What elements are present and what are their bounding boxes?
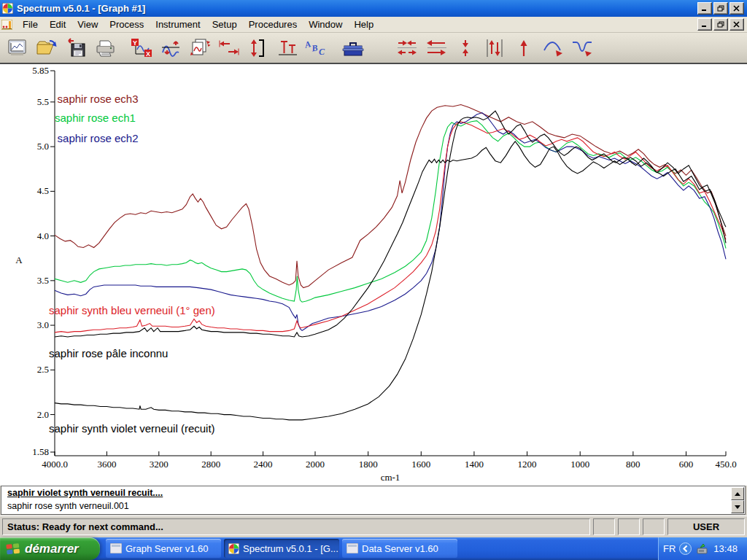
swap-x-icon — [425, 38, 448, 58]
child-minimize-button[interactable] — [697, 18, 712, 31]
print-button[interactable] — [90, 36, 120, 61]
open-button[interactable] — [32, 36, 61, 61]
expand-y-button[interactable] — [244, 36, 273, 61]
spectrum-icon — [228, 543, 239, 554]
child-window-controls — [697, 18, 744, 31]
y-tick-label: 2.0 — [37, 409, 49, 420]
legend-label-1: saphir rose ech1 — [55, 112, 136, 124]
chart-area[interactable]: 5.855.55.04.54.03.53.02.52.01.584000.036… — [0, 64, 747, 486]
svg-text:C: C — [319, 47, 325, 57]
scroll-down-button[interactable] — [731, 500, 744, 513]
vertical-cursor-button[interactable] — [273, 36, 302, 61]
peak-arc-button[interactable] — [538, 36, 568, 61]
spectra-file-rows: saphir violet synth verneuil recuit....s… — [1, 486, 745, 513]
x-tick-label: 1000 — [570, 459, 589, 470]
expand-y-icon — [247, 38, 269, 58]
spectra-file-list[interactable]: saphir violet synth verneuil recuit....s… — [1, 486, 746, 515]
scroll-down-icon — [735, 505, 740, 509]
menu-setup[interactable]: Setup — [206, 17, 243, 32]
scale-xy-button[interactable]: YX — [127, 36, 156, 61]
save-button[interactable] — [61, 36, 90, 61]
open-icon — [36, 38, 58, 58]
autoscale-y-button[interactable] — [156, 36, 185, 61]
menu-bar: FileEditViewProcessInstrumentSetupProced… — [0, 17, 747, 33]
valley-button[interactable] — [568, 36, 597, 61]
y-tick-label: 4.0 — [37, 230, 49, 241]
minimize-button[interactable] — [697, 2, 712, 15]
shift-up-icon — [517, 38, 530, 58]
menu-procedures[interactable]: Procedures — [243, 17, 303, 32]
expand-x-button[interactable] — [214, 36, 244, 61]
peak-arc-icon — [541, 38, 565, 58]
series-0 — [55, 105, 726, 288]
split-y-icon — [484, 38, 505, 58]
app-icon — [2, 3, 13, 14]
compress-y-button[interactable] — [451, 36, 480, 61]
menu-window[interactable]: Window — [303, 17, 348, 32]
x-tick-label: 2800 — [201, 459, 220, 470]
save-icon — [65, 38, 87, 58]
split-y-button[interactable] — [480, 36, 509, 61]
spectra-plot[interactable]: 5.855.55.04.54.03.53.02.52.01.584000.036… — [0, 64, 747, 486]
legend-label-4: saphir rose pâle inconnu — [49, 347, 168, 359]
swap-x-button[interactable] — [422, 36, 451, 61]
child-close-button[interactable] — [729, 18, 744, 31]
x-tick-label: 450.0 — [715, 459, 736, 470]
x-axis-title: cm-1 — [381, 472, 400, 483]
x-tick-label: 1600 — [411, 459, 430, 470]
new-graph-icon — [7, 38, 28, 58]
compress-x-button[interactable] — [392, 36, 422, 61]
vertical-cursor-icon — [276, 38, 298, 58]
toolbox-button[interactable] — [338, 36, 368, 61]
shift-up-button[interactable] — [509, 36, 538, 61]
window-controls — [697, 2, 744, 15]
start-button[interactable]: démarrer — [0, 537, 100, 560]
graph-document-icon[interactable] — [1, 20, 12, 30]
file-list-scrollbar — [731, 487, 744, 513]
menu-process[interactable]: Process — [104, 17, 150, 32]
scroll-up-icon — [735, 492, 740, 496]
new-graph-button[interactable] — [3, 36, 32, 61]
close-button[interactable] — [729, 2, 744, 15]
y-axis-title: A — [15, 254, 23, 265]
svg-text:X: X — [146, 50, 150, 57]
x-tick-label: 4000.0 — [42, 459, 68, 470]
menu-edit[interactable]: Edit — [44, 17, 71, 32]
taskbar-clock[interactable]: 13:48 — [713, 543, 738, 554]
menu-view[interactable]: View — [71, 17, 104, 32]
taskbar-task-graph-server-v1-60[interactable]: Graph Server v1.60 — [106, 539, 221, 558]
scroll-up-button[interactable] — [731, 487, 744, 500]
scale-xy-icon: YX — [131, 38, 152, 58]
remove-hardware-icon[interactable] — [695, 543, 708, 555]
menu-file[interactable]: File — [17, 17, 44, 32]
language-indicator[interactable]: FR — [663, 543, 676, 554]
legend-label-2: saphir rose ech2 — [58, 132, 139, 144]
spectrum-list-item[interactable]: saphir violet synth verneuil recuit.... — [1, 486, 745, 499]
child-restore-button[interactable] — [713, 18, 728, 31]
svg-text:Y: Y — [133, 39, 137, 46]
taskbar-task-spectrum-v5-0-1-g[interactable]: Spectrum v5.0.1 - [G... — [224, 539, 339, 558]
x-tick-label: 2400 — [254, 459, 273, 470]
window-icon — [347, 543, 358, 553]
y-tick-label: 5.85 — [32, 65, 49, 76]
print-icon — [94, 38, 116, 58]
title-bar: Spectrum v5.0.1 - [Graph #1] — [0, 0, 747, 17]
taskbar-task-data-server-v1-60[interactable]: Data Server v1.60 — [342, 539, 457, 558]
series-2 — [55, 113, 726, 331]
y-tick-label: 2.5 — [37, 364, 49, 375]
menu-instrument[interactable]: Instrument — [150, 17, 206, 32]
x-tick-label: 1400 — [465, 459, 484, 470]
task-label: Data Server v1.60 — [362, 543, 438, 554]
system-tray: FR 13:48 — [658, 537, 747, 560]
menu-help[interactable]: Help — [348, 17, 379, 32]
compare-graphs-button[interactable] — [185, 36, 214, 61]
spectrum-list-item[interactable]: saphir rose synth verneuil.001 — [1, 499, 745, 513]
text-label-button[interactable]: ABC — [302, 36, 331, 61]
menu-items: FileEditViewProcessInstrumentSetupProced… — [17, 17, 379, 32]
compare-graphs-icon — [189, 38, 211, 58]
restore-button[interactable] — [713, 2, 728, 15]
hide-icons-chevron[interactable] — [679, 542, 692, 555]
series-3 — [55, 122, 726, 332]
compress-y-icon — [458, 38, 473, 58]
x-tick-label: 3200 — [150, 459, 169, 470]
